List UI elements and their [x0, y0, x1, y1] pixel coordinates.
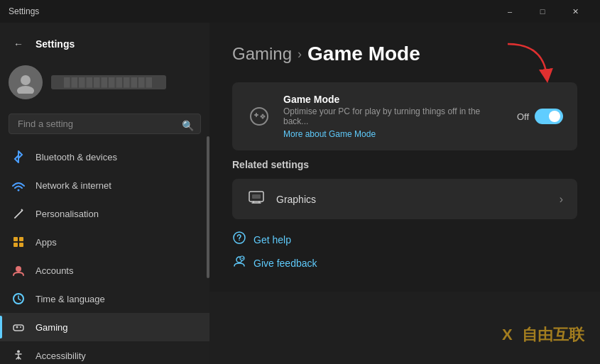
sidebar-item-label-bluetooth: Bluetooth & devices — [36, 152, 198, 162]
sidebar-item-apps[interactable]: Apps — [0, 228, 209, 256]
sidebar-item-label-time: Time & language — [36, 294, 198, 304]
game-mode-link[interactable]: More about Game Mode — [283, 129, 506, 139]
search-input[interactable] — [9, 114, 201, 134]
main-panel: Gaming › Game Mode — [209, 23, 600, 292]
game-mode-icon — [246, 104, 272, 129]
sidebar-item-label-network: Network & internet — [36, 180, 198, 191]
svg-point-1 — [17, 86, 34, 94]
minimize-button[interactable]: – — [493, 0, 526, 23]
svg-point-0 — [21, 75, 31, 85]
svg-text:X: X — [502, 326, 513, 343]
app-body: ← Settings ████████████ 🔍 — [0, 23, 600, 364]
chevron-right-icon: › — [560, 193, 563, 206]
avatar — [9, 65, 43, 99]
sidebar: ← Settings ████████████ 🔍 — [0, 23, 209, 364]
svg-point-16 — [263, 116, 266, 118]
nav-list: Bluetooth & devices Network & internet — [0, 140, 209, 364]
card-title: Game Mode — [283, 94, 506, 105]
gaming-icon — [11, 320, 26, 334]
sidebar-item-label-gaming: Gaming — [36, 322, 198, 333]
time-icon — [11, 292, 26, 306]
card-control: Off — [517, 109, 563, 124]
accounts-icon — [11, 263, 26, 277]
svg-rect-4 — [19, 237, 23, 241]
game-mode-card: Game Mode Optimise your PC for play by t… — [232, 82, 577, 150]
main-panel-wrapper: Gaming › Game Mode — [209, 23, 600, 364]
toggle-label: Off — [517, 111, 529, 122]
user-name: ████████████ — [51, 75, 166, 89]
sidebar-item-bluetooth[interactable]: Bluetooth & devices — [0, 143, 209, 171]
breadcrumb: Gaming › Game Mode — [232, 43, 577, 65]
sidebar-item-gaming[interactable]: Gaming — [0, 313, 209, 341]
sidebar-item-accessibility[interactable]: Accessibility — [0, 341, 209, 364]
sidebar-header: ← Settings — [0, 23, 209, 60]
apps-icon — [11, 235, 26, 249]
breadcrumb-parent[interactable]: Gaming — [232, 44, 292, 64]
search-container: 🔍 — [0, 111, 209, 140]
sidebar-item-network[interactable]: Network & internet — [0, 171, 209, 199]
svg-rect-3 — [13, 237, 18, 241]
titlebar: Settings – □ ✕ — [0, 0, 600, 23]
graphics-label: Graphics — [276, 194, 550, 205]
close-button[interactable]: ✕ — [559, 0, 591, 23]
user-profile[interactable]: ████████████ — [0, 60, 209, 111]
titlebar-title: Settings — [9, 6, 493, 16]
give-feedback-label: Give feedback — [253, 258, 317, 269]
accessibility-icon — [11, 348, 26, 363]
give-feedback-link[interactable]: Give feedback — [232, 254, 577, 272]
card-row: Game Mode Optimise your PC for play by t… — [246, 94, 563, 139]
bluetooth-icon — [11, 150, 26, 164]
card-description: Optimise your PC for play by turning thi… — [283, 106, 506, 126]
breadcrumb-separator: › — [298, 47, 302, 62]
maximize-button[interactable]: □ — [526, 0, 559, 23]
sidebar-item-label-accounts: Accounts — [36, 265, 198, 276]
search-icon: 🔍 — [182, 120, 194, 131]
graphics-item[interactable]: Graphics › — [232, 179, 577, 219]
toggle-track — [535, 109, 563, 124]
related-settings-title: Related settings — [232, 159, 577, 170]
graphics-icon — [246, 189, 266, 209]
personalisation-icon — [11, 206, 26, 221]
svg-text:自由互联: 自由互联 — [522, 326, 585, 343]
svg-point-11 — [17, 351, 20, 353]
get-help-label: Get help — [253, 234, 291, 246]
svg-rect-9 — [13, 325, 23, 331]
titlebar-controls: – □ ✕ — [493, 0, 591, 23]
svg-rect-6 — [19, 243, 23, 247]
svg-point-15 — [261, 116, 263, 118]
get-help-icon — [232, 231, 246, 248]
svg-rect-5 — [13, 243, 18, 247]
sidebar-item-label-personalisation: Personalisation — [36, 209, 198, 219]
toggle-thumb — [549, 111, 560, 122]
sidebar-item-time[interactable]: Time & language — [0, 285, 209, 313]
watermark-text: 自由互联 X — [501, 338, 586, 349]
avatar-icon — [9, 65, 43, 99]
game-mode-toggle[interactable] — [535, 109, 563, 124]
breadcrumb-current: Game Mode — [307, 43, 420, 65]
svg-point-2 — [18, 189, 20, 192]
links-section: Get help Give feedback — [232, 231, 577, 272]
svg-point-10 — [20, 326, 21, 328]
svg-point-20 — [239, 240, 240, 241]
sidebar-item-label-apps: Apps — [36, 237, 198, 248]
watermark: 自由互联 X — [501, 321, 586, 350]
give-feedback-icon — [232, 254, 246, 272]
back-button[interactable]: ← — [9, 34, 28, 54]
get-help-link[interactable]: Get help — [232, 231, 577, 248]
sidebar-app-title: Settings — [36, 38, 75, 50]
network-icon — [11, 178, 26, 192]
card-content: Game Mode Optimise your PC for play by t… — [283, 94, 506, 139]
svg-rect-18 — [252, 194, 261, 199]
sidebar-item-label-accessibility: Accessibility — [36, 351, 198, 361]
sidebar-item-accounts[interactable]: Accounts — [0, 256, 209, 285]
sidebar-item-personalisation[interactable]: Personalisation — [0, 199, 209, 228]
svg-point-7 — [16, 266, 21, 272]
